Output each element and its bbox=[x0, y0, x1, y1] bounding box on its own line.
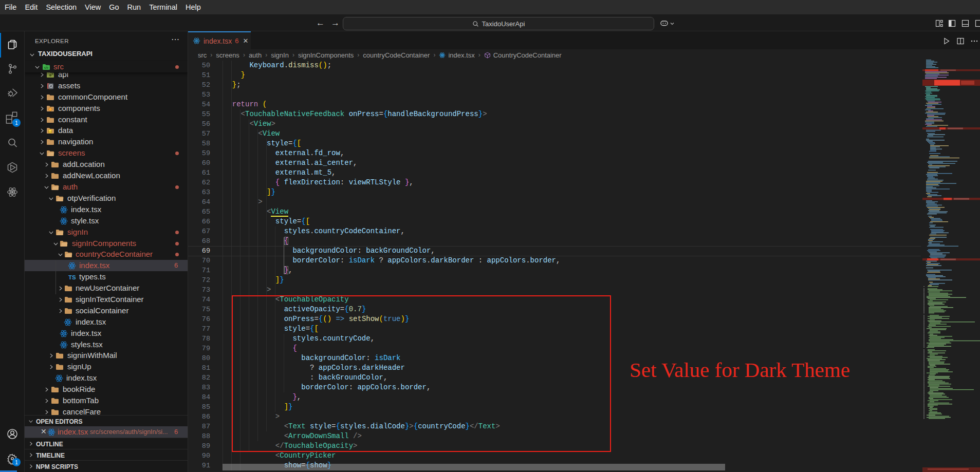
svg-text:TS: TS bbox=[68, 274, 76, 280]
